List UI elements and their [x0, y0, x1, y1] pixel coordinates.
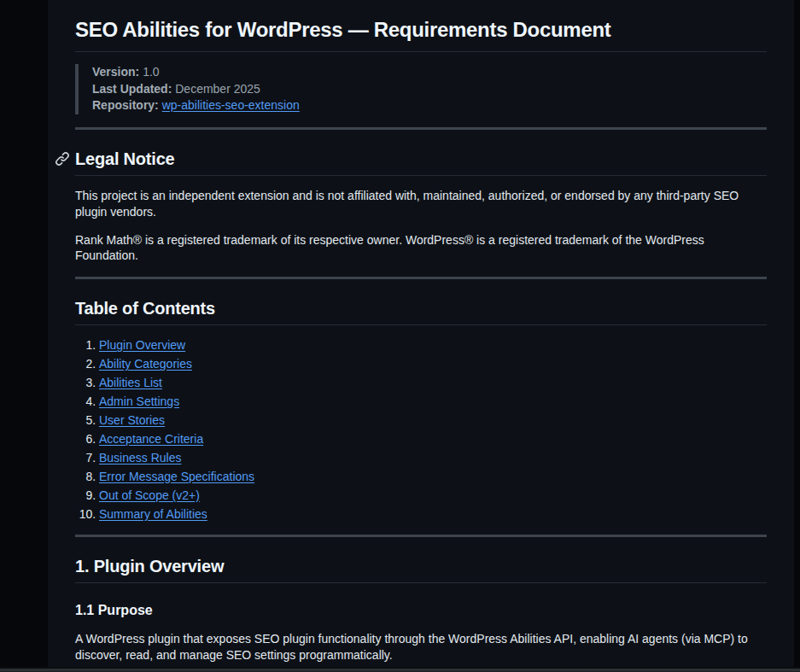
toc-item: Error Message Specifications: [99, 469, 767, 485]
toc-item: Abilities List: [99, 375, 767, 391]
heading-anchor-link-icon[interactable]: [55, 151, 70, 167]
toc-link-admin-settings[interactable]: Admin Settings: [99, 394, 179, 408]
meta-repository-row: Repository: wp-abilities-seo-extension: [92, 97, 753, 114]
meta-version-label: Version:: [92, 65, 139, 79]
toc-link-ability-categories[interactable]: Ability Categories: [99, 357, 192, 371]
document-title: SEO Abilities for WordPress — Requiremen…: [75, 17, 767, 52]
page-background: SEO Abilities for WordPress — Requiremen…: [0, 0, 800, 672]
toc-link-summary-of-abilities[interactable]: Summary of Abilities: [99, 507, 207, 521]
toc-item: User Stories: [99, 412, 767, 429]
meta-updated-value: December 2025: [175, 82, 260, 96]
toc-link-business-rules[interactable]: Business Rules: [99, 451, 182, 465]
toc-item: Business Rules: [99, 450, 767, 466]
table-of-contents-heading-text: Table of Contents: [75, 299, 215, 318]
meta-version-value: 1.0: [143, 65, 159, 79]
legal-notice-heading: Legal Notice: [75, 149, 767, 176]
legal-paragraph-2: Rank Math® is a registered trademark of …: [75, 232, 767, 265]
section-divider: [75, 277, 767, 279]
toc-link-out-of-scope[interactable]: Out of Scope (v2+): [99, 488, 200, 502]
toc-link-plugin-overview[interactable]: Plugin Overview: [99, 338, 185, 352]
table-of-contents-list: Plugin Overview Ability Categories Abili…: [75, 337, 767, 522]
toc-item: Acceptance Criteria: [99, 431, 767, 447]
toc-link-acceptance-criteria[interactable]: Acceptance Criteria: [99, 432, 203, 446]
toc-item: Plugin Overview: [99, 337, 767, 354]
meta-updated-label: Last Updated:: [92, 82, 172, 96]
document-meta-blockquote: Version: 1.0 Last Updated: December 2025…: [75, 64, 767, 114]
markdown-document: SEO Abilities for WordPress — Requiremen…: [48, 0, 794, 672]
section-divider: [75, 127, 767, 130]
purpose-paragraph-1: A WordPress plugin that exposes SEO plug…: [75, 631, 767, 663]
plugin-overview-heading-text: 1. Plugin Overview: [75, 557, 224, 576]
legal-paragraph-1: This project is an independent extension…: [75, 188, 767, 220]
meta-repository-label: Repository:: [92, 98, 159, 112]
toc-item: Ability Categories: [99, 356, 767, 372]
toc-link-error-message-specifications[interactable]: Error Message Specifications: [99, 470, 254, 483]
toc-link-user-stories[interactable]: User Stories: [99, 413, 165, 427]
toc-item: Admin Settings: [99, 394, 767, 410]
repository-link[interactable]: wp-abilities-seo-extension: [162, 98, 300, 112]
screen-bottom-edge-bar: [0, 667, 800, 672]
meta-version-row: Version: 1.0: [92, 64, 753, 81]
meta-updated-row: Last Updated: December 2025: [92, 81, 753, 98]
toc-item: Summary of Abilities: [99, 506, 767, 523]
section-divider: [75, 535, 767, 537]
table-of-contents-heading: Table of Contents: [75, 298, 767, 325]
toc-item: Out of Scope (v2+): [99, 488, 767, 504]
legal-notice-heading-text: Legal Notice: [75, 149, 175, 168]
purpose-subheading: 1.1 Purpose: [75, 602, 767, 619]
toc-link-abilities-list[interactable]: Abilities List: [99, 376, 162, 389]
plugin-overview-heading: 1. Plugin Overview: [75, 556, 767, 583]
